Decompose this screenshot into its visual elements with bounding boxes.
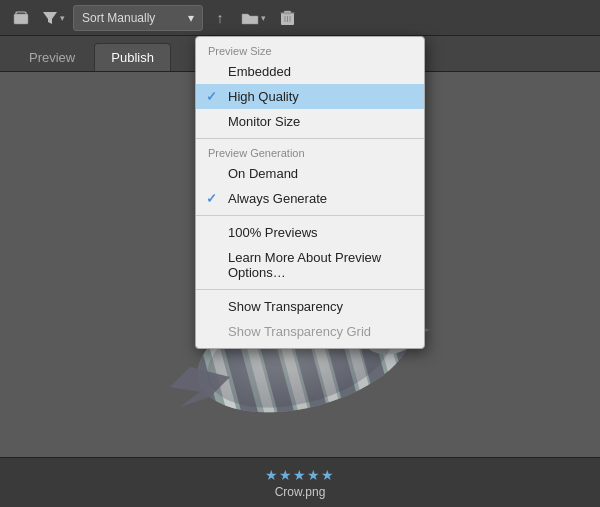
sort-label: Sort Manually: [82, 11, 155, 25]
folder-button[interactable]: ▾: [237, 5, 270, 31]
filter-chevron: ▾: [60, 13, 65, 23]
up-arrow-button[interactable]: ↑: [207, 5, 233, 31]
preview-generation-label: Preview Generation: [196, 143, 424, 161]
menu-item-learn-more[interactable]: Learn More About Preview Options…: [196, 245, 424, 285]
divider-1: [196, 138, 424, 139]
filter-button[interactable]: ▾: [38, 5, 69, 31]
divider-2: [196, 215, 424, 216]
svg-marker-3: [43, 12, 57, 24]
filename-label: Crow.png: [275, 485, 326, 499]
sort-dropdown[interactable]: Sort Manually ▾: [73, 5, 203, 31]
stack-icon-button[interactable]: [8, 5, 34, 31]
bottom-bar: ★★★★★ Crow.png: [0, 457, 600, 507]
toolbar: ▾ Sort Manually ▾ ↑ ▾: [0, 0, 600, 36]
folder-chevron: ▾: [261, 13, 266, 23]
menu-item-100-previews[interactable]: 100% Previews: [196, 220, 424, 245]
sort-chevron: ▾: [188, 11, 194, 25]
tab-preview[interactable]: Preview: [12, 43, 92, 71]
menu-item-high-quality[interactable]: High Quality: [196, 84, 424, 109]
menu-item-embedded[interactable]: Embedded: [196, 59, 424, 84]
preview-size-label: Preview Size: [196, 41, 424, 59]
divider-3: [196, 289, 424, 290]
menu-item-on-demand[interactable]: On Demand: [196, 161, 424, 186]
menu-item-always-generate[interactable]: Always Generate: [196, 186, 424, 211]
tab-publish[interactable]: Publish: [94, 43, 171, 71]
rating-stars[interactable]: ★★★★★: [265, 467, 335, 483]
menu-item-show-transparency[interactable]: Show Transparency: [196, 294, 424, 319]
preview-dropdown-menu: Preview Size Embedded High Quality Monit…: [195, 36, 425, 349]
trash-button[interactable]: [274, 5, 300, 31]
up-arrow-icon: ↑: [217, 10, 224, 26]
menu-item-monitor-size[interactable]: Monitor Size: [196, 109, 424, 134]
menu-item-show-transparency-grid: Show Transparency Grid: [196, 319, 424, 344]
